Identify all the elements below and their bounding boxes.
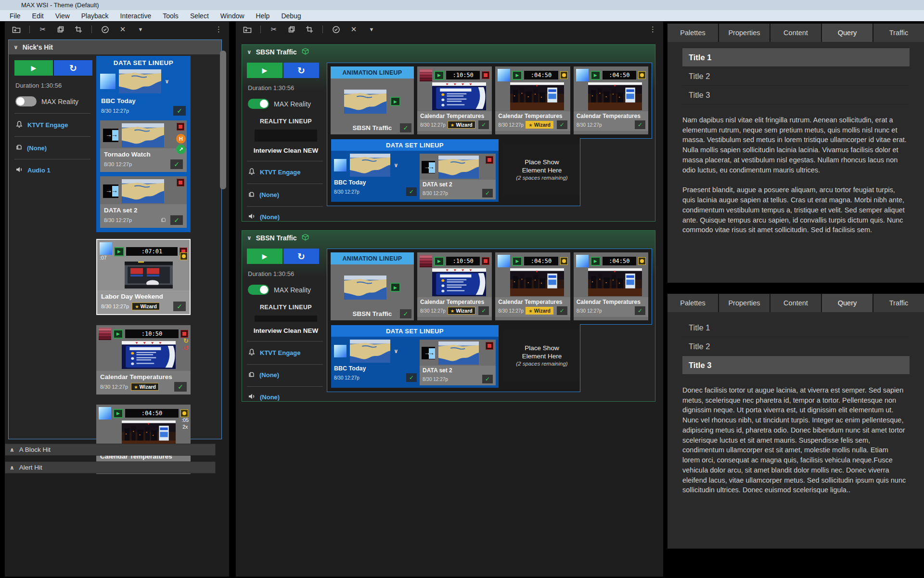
approved-check-icon[interactable]: ✓ (400, 123, 411, 132)
crop-icon[interactable] (74, 25, 83, 34)
preview-play-icon[interactable]: ▶ (390, 283, 400, 292)
list-item-title-3[interactable]: Title 3 (682, 356, 910, 375)
play-button[interactable]: ▶ (247, 63, 282, 78)
audio-link[interactable]: (None) (247, 213, 325, 221)
approved-check-icon[interactable]: ✓ (406, 187, 417, 196)
preview-play-icon[interactable]: ▶ (113, 329, 123, 339)
preview-play-icon[interactable]: ▶ (512, 257, 522, 266)
cut-icon[interactable]: ✂ (269, 25, 279, 34)
approve-icon[interactable] (100, 25, 110, 34)
scrollbar-thumb[interactable] (220, 51, 226, 189)
tab-traffic[interactable]: Traffic (873, 294, 924, 312)
card-labor-day-weekend[interactable]: :07 ▶ :07:01 Labor Day Weekend (96, 239, 191, 315)
card-bbc-today[interactable]: ∨ BBC Today 8/30 12:27p ✓ (334, 340, 417, 385)
approved-check-icon[interactable]: ✓ (635, 306, 645, 315)
pages-link[interactable]: (None) (247, 371, 325, 380)
card-data-set-2[interactable]: →→ DATA set 2 8/30 12:27p ✓ (100, 176, 187, 228)
pages-link[interactable]: (None) (247, 191, 325, 199)
card-calendar-temperatures-2[interactable]: ▶ :04:50 Calendar Temperatures 8/30 12: (495, 252, 570, 320)
reality-empty-thumbnail[interactable] (255, 130, 317, 142)
engage-link[interactable]: KTVT Engage (247, 348, 325, 357)
list-item-title-2[interactable]: Title 2 (682, 337, 910, 356)
refresh-button[interactable]: ↻ (54, 60, 92, 76)
overflow-menu-icon[interactable]: ⋮ (215, 25, 222, 34)
tab-query[interactable]: Query (822, 294, 873, 312)
card-calendar-temperatures-3[interactable]: ▶ :04:50 Calendar Temperatures 8/30 12: (574, 66, 648, 134)
preview-play-icon[interactable]: ▶ (114, 247, 124, 256)
new-folder-icon[interactable] (243, 25, 252, 34)
alert-hit-bar[interactable]: ∧ Alert Hit (5, 461, 216, 473)
approved-check-icon[interactable]: ✓ (482, 375, 493, 383)
preview-play-icon[interactable]: ▶ (434, 71, 444, 80)
play-button[interactable]: ▶ (247, 249, 282, 264)
tab-properties[interactable]: Properties (719, 24, 770, 42)
preview-play-icon[interactable]: ▶ (113, 409, 123, 418)
pages-link[interactable]: (None) (14, 144, 92, 152)
audio-link[interactable]: (None) (247, 393, 325, 401)
menu-file[interactable]: File (4, 12, 26, 20)
preview-play-icon[interactable]: ▶ (590, 71, 601, 80)
menu-edit[interactable]: Edit (26, 12, 50, 20)
list-item-title-1[interactable]: Title 1 (682, 48, 910, 67)
max-reality-toggle[interactable] (248, 285, 269, 295)
approved-check-icon[interactable]: ✓ (478, 306, 489, 315)
menu-playback[interactable]: Playback (76, 12, 115, 20)
approved-check-icon[interactable]: ✓ (173, 302, 186, 311)
card-calendar-temperatures-2[interactable]: ▶ :04:50 Calendar Temperatures 8/30 12: (495, 66, 570, 134)
card-calendar-temperatures-1[interactable]: ▶ :10:50 Calendar Temperatures 8/30 12: (417, 66, 492, 134)
a-block-hit-bar[interactable]: ∧ A Block Hit (5, 444, 216, 456)
list-item-title-2[interactable]: Title 2 (682, 67, 910, 86)
empty-slot-placeholder[interactable]: Place Show Element Here (2 spaces remain… (503, 330, 580, 381)
audio-link[interactable]: Audio 1 (14, 166, 92, 174)
preview-play-icon[interactable]: ▶ (390, 97, 400, 106)
cut-icon[interactable]: ✂ (38, 25, 48, 34)
card-calendar-temperatures-1[interactable]: ▶ :10:50 ↻ ↺ Calendar Temperatures (96, 325, 191, 394)
preview-play-icon[interactable]: ▶ (590, 257, 601, 266)
animation-lineup-card[interactable]: ANIMATION LINEUP ▶ SBSN Traffic ✓ (331, 66, 414, 134)
approved-check-icon[interactable]: ✓ (635, 120, 645, 129)
card-tornado-watch[interactable]: →→ H ↗ Tornado Watch 8/30 12:27p ✓ (100, 120, 187, 172)
approved-check-icon[interactable]: ✓ (406, 373, 417, 382)
approved-check-icon[interactable]: ✓ (170, 215, 183, 225)
approved-check-icon[interactable]: ✓ (174, 382, 187, 392)
tab-query[interactable]: Query (822, 24, 873, 42)
approved-check-icon[interactable]: ✓ (170, 159, 183, 169)
approve-icon[interactable] (331, 25, 341, 34)
tab-traffic[interactable]: Traffic (873, 24, 924, 42)
approved-check-icon[interactable]: ✓ (482, 189, 493, 197)
tab-properties[interactable]: Properties (719, 294, 770, 312)
animation-lineup-card[interactable]: ANIMATION LINEUP ▶ SBSN Traffic ✓ (331, 252, 414, 320)
reality-empty-thumbnail[interactable] (255, 315, 317, 322)
chevron-down-icon[interactable]: ∨ (394, 162, 398, 169)
tab-content[interactable]: Content (770, 294, 821, 312)
menu-select[interactable]: Select (184, 12, 215, 20)
list-item-title-1[interactable]: Title 1 (682, 318, 910, 337)
approved-check-icon[interactable]: ✓ (557, 120, 567, 129)
engage-link[interactable]: KTVT Engage (14, 120, 92, 130)
dropdown-icon[interactable]: ▼ (367, 25, 376, 34)
refresh-button[interactable]: ↻ (283, 63, 319, 78)
copy-icon[interactable] (287, 25, 296, 34)
card-data-set-2[interactable]: →→ DATA set 2 8/30 12:27p ✓ (420, 340, 496, 385)
crop-icon[interactable] (305, 25, 314, 34)
card-calendar-temperatures-1[interactable]: ▶ :10:50 Calendar Temperatures 8/30 12: (417, 252, 492, 320)
chevron-down-icon[interactable]: ∨ (165, 78, 169, 85)
nicks-hit-header[interactable]: ∨ Nick's Hit (9, 40, 221, 54)
refresh-button[interactable]: ↻ (283, 249, 319, 264)
sbsn-section-header[interactable]: ∨ SBSN Traffic (242, 231, 655, 245)
dropdown-icon[interactable]: ▼ (136, 25, 145, 34)
card-bbc-today[interactable]: ∨ BBC Today 8/30 12:27p ✓ (334, 154, 417, 199)
preview-play-icon[interactable]: ▶ (434, 257, 444, 266)
overflow-menu-icon[interactable]: ⋮ (649, 25, 656, 34)
engage-link[interactable]: KTVT Engage (247, 168, 325, 177)
tab-palettes[interactable]: Palettes (667, 294, 718, 312)
approved-check-icon[interactable]: ✓ (400, 309, 411, 318)
menu-view[interactable]: View (50, 12, 76, 20)
approved-check-icon[interactable]: ✓ (478, 120, 489, 129)
preview-play-icon[interactable]: ▶ (512, 71, 522, 80)
approved-check-icon[interactable]: ✓ (557, 306, 567, 315)
tab-content[interactable]: Content (770, 24, 821, 42)
list-item-title-3[interactable]: Title 3 (682, 86, 910, 105)
empty-slot-placeholder[interactable]: Place Show Element Here (2 spaces remain… (503, 144, 580, 195)
play-button[interactable]: ▶ (14, 60, 53, 76)
